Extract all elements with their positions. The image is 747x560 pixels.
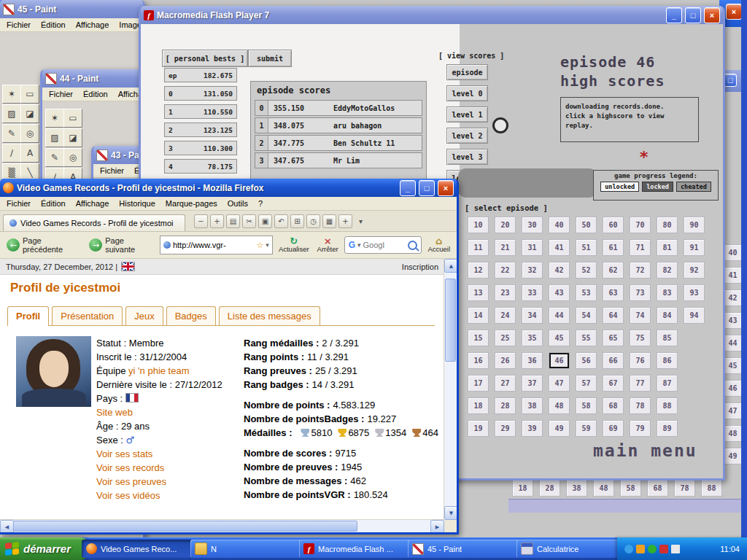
- episode-cell-14[interactable]: 14: [468, 307, 489, 324]
- menu-marque-pages[interactable]: Marque-pages: [160, 198, 222, 209]
- url-bar[interactable]: http://www.vgr- ☆ ▾: [160, 236, 273, 254]
- menu-fichier[interactable]: Fichier: [44, 88, 78, 100]
- menu-fichier[interactable]: Fichier: [1, 19, 36, 31]
- episode-cell-79[interactable]: 79: [630, 420, 651, 437]
- episode-cell-38[interactable]: 38: [522, 397, 543, 414]
- episode-cell-57[interactable]: 57: [576, 375, 597, 392]
- line-tool[interactable]: ∕: [2, 144, 21, 163]
- menu-edition[interactable]: Édition: [78, 88, 113, 100]
- taskbar-item-flash[interactable]: f Macromedia Flash ...: [299, 540, 414, 558]
- flash-minimize-button[interactable]: _: [666, 7, 682, 23]
- episode-cell-60[interactable]: 60: [603, 217, 624, 233]
- episode-cell-83[interactable]: 83: [657, 284, 678, 301]
- background-window-close-button[interactable]: ×: [726, 4, 742, 20]
- view-level2-button[interactable]: level 2: [446, 128, 488, 144]
- bookmark-star-icon[interactable]: ☆: [256, 241, 263, 250]
- episode-cell-73[interactable]: 73: [630, 284, 651, 301]
- score-row[interactable]: 0355.150EddyMotoGallos: [255, 100, 422, 116]
- tray-alert-icon[interactable]: [659, 545, 668, 553]
- taskbar-item-folder[interactable]: N: [190, 540, 306, 558]
- tray-update-icon[interactable]: [636, 545, 645, 553]
- episode-cell-68[interactable]: 68: [603, 397, 624, 414]
- flash-maximize-button[interactable]: □: [685, 7, 701, 23]
- zoom-tool[interactable]: ◎: [20, 124, 39, 143]
- episode-cell-62[interactable]: 62: [603, 262, 624, 279]
- episode-cell-17[interactable]: 17: [468, 375, 489, 392]
- episode-cell-46[interactable]: 46: [549, 352, 570, 369]
- menu-edition[interactable]: Édition: [36, 198, 71, 209]
- scroll-down-arrow[interactable]: ▼: [444, 506, 457, 520]
- episode-cell-84[interactable]: 84: [657, 307, 678, 324]
- episode-cell-23[interactable]: 23: [495, 284, 516, 301]
- episode-cell-13[interactable]: 13: [468, 284, 489, 301]
- episode-cell-12[interactable]: 12: [468, 262, 489, 279]
- episode-cell-27[interactable]: 27: [495, 375, 516, 392]
- menu-edition[interactable]: Édition: [36, 19, 71, 31]
- rect-select-tool[interactable]: ▭: [63, 109, 82, 128]
- episode-cell-70[interactable]: 70: [630, 217, 651, 233]
- episode-cell-90[interactable]: 90: [684, 217, 705, 233]
- menu-aide[interactable]: ?: [253, 198, 268, 209]
- episode-cell-10[interactable]: 10: [468, 217, 489, 233]
- voir-preuves-link[interactable]: Voir ses preuves: [96, 476, 166, 487]
- firefox-maximize-button[interactable]: □: [419, 180, 435, 196]
- toolbar-overflow-icon[interactable]: ▾: [355, 215, 367, 228]
- episode-cell-26[interactable]: 26: [495, 352, 516, 369]
- episode-cell-66[interactable]: 66: [603, 352, 624, 369]
- vertical-scrollbar[interactable]: ▲ ▼: [444, 259, 457, 520]
- episode-cell-86[interactable]: 86: [657, 352, 678, 369]
- firefox-close-button[interactable]: ×: [438, 180, 454, 196]
- background-window2-maximize-button[interactable]: □: [724, 74, 737, 87]
- horizontal-scroll-thumb[interactable]: [13, 521, 357, 532]
- episode-cell-74[interactable]: 74: [630, 307, 651, 324]
- horizontal-scrollbar[interactable]: ◀ ▶: [0, 519, 444, 532]
- free-select-tool[interactable]: ✶: [45, 109, 64, 128]
- episode-cell-21[interactable]: 21: [495, 239, 516, 256]
- tab-messages[interactable]: Liste des messages: [219, 306, 320, 325]
- personal-bests-tab[interactable]: [ personal bests ]: [162, 50, 248, 67]
- tray-volume-icon[interactable]: [671, 545, 680, 553]
- menu-fichier[interactable]: Fichier: [1, 198, 36, 209]
- episode-cell-63[interactable]: 63: [603, 284, 624, 301]
- episode-cell-53[interactable]: 53: [576, 284, 597, 301]
- taskbar-item-calculator[interactable]: Calculatrice: [516, 540, 632, 558]
- voir-videos-link[interactable]: Voir ses vidéos: [96, 490, 160, 501]
- vertical-scroll-thumb[interactable]: [445, 279, 456, 362]
- start-button[interactable]: démarrer: [0, 537, 88, 560]
- text-tool[interactable]: A: [20, 144, 39, 163]
- search-magnifier-icon[interactable]: [408, 241, 417, 250]
- episode-cell-33[interactable]: 33: [522, 284, 543, 301]
- episode-cell-32[interactable]: 32: [522, 262, 543, 279]
- refresh-button[interactable]: ↻ Actualiser: [276, 237, 311, 253]
- menu-affichage[interactable]: Affichage: [71, 19, 115, 31]
- paint43-titlebar[interactable]: 43 - Pa...: [93, 146, 145, 164]
- free-select-tool[interactable]: ✶: [2, 85, 21, 104]
- episode-cell-11[interactable]: 11: [468, 239, 489, 256]
- episode-cell-77[interactable]: 77: [630, 375, 651, 392]
- search-input[interactable]: Googl: [363, 241, 406, 249]
- episode-cell-20[interactable]: 20: [495, 217, 516, 233]
- tab-badges[interactable]: Badges: [166, 306, 216, 325]
- back-button[interactable]: ← Page précédente: [4, 235, 83, 255]
- episode-cell-25[interactable]: 25: [495, 330, 516, 346]
- firefox-titlebar[interactable]: Video Games Records - Profil de yicestmo…: [0, 179, 457, 197]
- episode-cell-61[interactable]: 61: [603, 239, 624, 256]
- firefox-minimize-button[interactable]: _: [400, 180, 416, 196]
- main-menu-button[interactable]: main menu: [593, 441, 697, 460]
- view-level0-button[interactable]: level 0: [446, 85, 488, 101]
- tray-antivirus-icon[interactable]: [648, 545, 657, 553]
- forward-button[interactable]: → Page suivante: [87, 235, 156, 255]
- episode-cell-30[interactable]: 30: [522, 217, 543, 233]
- menu-affichage[interactable]: Affichage: [71, 198, 115, 209]
- browser-tab[interactable]: Video Games Records - Profil de yicestmo…: [3, 214, 185, 231]
- url-dropdown-icon[interactable]: ▾: [266, 241, 269, 249]
- print-icon[interactable]: ▦: [322, 214, 336, 228]
- view-episode-button[interactable]: episode: [446, 64, 488, 80]
- taskbar-item-firefox[interactable]: Video Games Reco...: [82, 540, 197, 558]
- submit-tab[interactable]: submit: [248, 50, 292, 67]
- episode-cell-37[interactable]: 37: [522, 375, 543, 392]
- episode-cell-87[interactable]: 87: [657, 375, 678, 392]
- history-clock-icon[interactable]: ◷: [306, 214, 320, 228]
- undo-icon[interactable]: ↶: [274, 214, 288, 228]
- scroll-left-arrow[interactable]: ◀: [0, 520, 14, 532]
